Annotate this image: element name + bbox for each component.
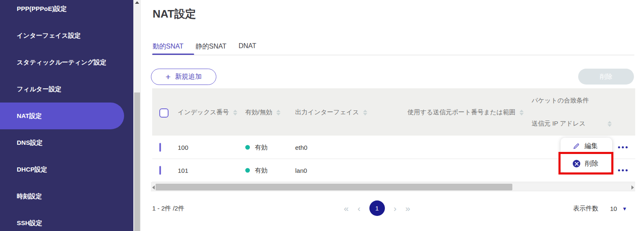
tab-dynamic-snat[interactable]: 動的SNAT — [153, 42, 183, 51]
sort-icon[interactable] — [233, 110, 237, 116]
status-label: 有効 — [255, 167, 267, 175]
sort-icon[interactable] — [363, 110, 367, 116]
header-index: インデックス番号 — [178, 108, 237, 116]
tab-divider — [152, 55, 634, 55]
status-label: 有効 — [255, 143, 267, 151]
header-out-interface-label: 出力インターフェイス — [295, 108, 359, 116]
row-more-actions-button[interactable] — [618, 146, 628, 148]
row-action-menu: 編集 削除 — [561, 138, 612, 172]
sidebar-item-filter[interactable]: フィルター設定 — [0, 76, 133, 103]
sidebar-item-dns[interactable]: DNS設定 — [0, 129, 133, 156]
status-enabled-dot-icon — [245, 145, 250, 149]
first-page-icon[interactable]: « — [344, 204, 349, 213]
row-checkbox-cell — [159, 167, 161, 174]
sidebar-item-ssh[interactable]: SSH設定 — [0, 210, 133, 231]
menu-item-edit-label: 編集 — [584, 142, 598, 151]
page-size-label: 表示件数 — [573, 205, 598, 213]
header-enabled: 有効/無効 — [245, 108, 280, 116]
pencil-icon — [573, 143, 580, 150]
sidebar-item-nat[interactable]: NAT設定 — [0, 103, 124, 129]
table-header: インデックス番号 有効/無効 出力インターフェイス 使用する送信元ポート番号また… — [152, 88, 635, 136]
select-all-checkbox-cell — [159, 108, 169, 118]
menu-item-delete-label: 削除 — [585, 159, 598, 168]
header-index-label: インデックス番号 — [178, 108, 229, 116]
sidebar-item-time[interactable]: 時刻設定 — [0, 183, 133, 210]
row-divider — [152, 182, 635, 182]
scroll-right-arrow-icon[interactable] — [631, 185, 634, 190]
last-page-icon[interactable]: » — [405, 204, 410, 213]
pager: « ‹ 1 › » — [344, 200, 410, 216]
prev-page-icon[interactable]: ‹ — [358, 204, 361, 213]
delete-button-disabled[interactable]: 削除 — [578, 69, 634, 85]
delete-circle-x-icon — [573, 160, 580, 167]
row-checkbox[interactable] — [159, 166, 161, 175]
cell-index: 101 — [178, 167, 188, 174]
header-packet-match-label: パケットの合致条件 — [532, 97, 589, 105]
sort-icon[interactable] — [608, 121, 612, 127]
header-src-port-label: 使用する送信元ポート番号または範囲 — [408, 108, 515, 116]
row-more-actions-button[interactable] — [618, 169, 628, 172]
header-src-ip-label: 送信元 IP アドレス — [532, 120, 586, 128]
sidebar-item-dhcp[interactable]: DHCP設定 — [0, 156, 133, 183]
plus-icon: + — [166, 72, 171, 81]
sidebar-scrollbar[interactable] — [133, 0, 141, 231]
menu-item-edit[interactable]: 編集 — [561, 138, 612, 155]
next-page-icon[interactable]: › — [394, 204, 397, 213]
page-size-value[interactable]: 10 — [610, 205, 617, 212]
sidebar-menu: PPP(PPPoE)設定 インターフェイス設定 スタティックルーティング設定 フ… — [0, 0, 133, 231]
scroll-left-arrow-icon[interactable] — [152, 185, 155, 190]
sidebar: PPP(PPPoE)設定 インターフェイス設定 スタティックルーティング設定 フ… — [0, 0, 133, 231]
header-enabled-label: 有効/無効 — [245, 108, 272, 116]
tab-dnat[interactable]: DNAT — [239, 42, 256, 51]
row-checkbox[interactable] — [159, 143, 161, 151]
nat-settings-page: PPP(PPPoE)設定 インターフェイス設定 スタティックルーティング設定 フ… — [0, 0, 644, 231]
horizontal-scrollbar[interactable] — [151, 182, 635, 191]
select-all-checkbox[interactable] — [159, 108, 169, 118]
sort-icon[interactable] — [519, 110, 524, 116]
cell-status: 有効 — [245, 143, 267, 151]
header-out-interface: 出力インターフェイス — [295, 108, 367, 116]
page-title: NAT設定 — [153, 7, 196, 21]
cell-status: 有効 — [245, 167, 267, 175]
row-checkbox-cell — [159, 144, 161, 151]
cell-interface: lan0 — [295, 167, 307, 174]
sidebar-item-static-routing[interactable]: スタティックルーティング設定 — [0, 49, 133, 76]
sidebar-item-ppp-pppoe[interactable]: PPP(PPPoE)設定 — [0, 0, 133, 22]
tab-static-snat[interactable]: 静的SNAT — [195, 42, 226, 51]
tab-bar: 動的SNAT 静的SNAT DNAT — [153, 42, 256, 51]
current-page-button[interactable]: 1 — [369, 200, 385, 216]
sidebar-scrollbar-thumb[interactable] — [134, 92, 140, 231]
cell-index: 100 — [178, 144, 188, 151]
add-new-button-label: 新規追加 — [175, 72, 202, 81]
cell-interface: eth0 — [295, 144, 307, 151]
page-size-control: 表示件数 10 ▼ — [573, 205, 627, 213]
sidebar-item-interface[interactable]: インターフェイス設定 — [0, 22, 133, 49]
header-src-port: 使用する送信元ポート番号または範囲 — [408, 108, 524, 116]
header-packet-match-group: パケットの合致条件 — [532, 97, 589, 105]
scroll-up-arrow-icon[interactable] — [135, 1, 139, 4]
delete-button-label: 削除 — [600, 73, 613, 81]
pagination-summary: 1 - 2件 /2件 — [152, 205, 184, 213]
menu-item-delete[interactable]: 削除 — [561, 155, 612, 172]
status-enabled-dot-icon — [245, 168, 250, 173]
add-new-button[interactable]: + 新規追加 — [151, 69, 216, 85]
chevron-down-icon[interactable]: ▼ — [622, 206, 627, 212]
sort-icon[interactable] — [276, 110, 280, 116]
horizontal-scrollbar-thumb[interactable] — [156, 184, 512, 190]
header-src-ip: 送信元 IP アドレス — [532, 120, 612, 128]
